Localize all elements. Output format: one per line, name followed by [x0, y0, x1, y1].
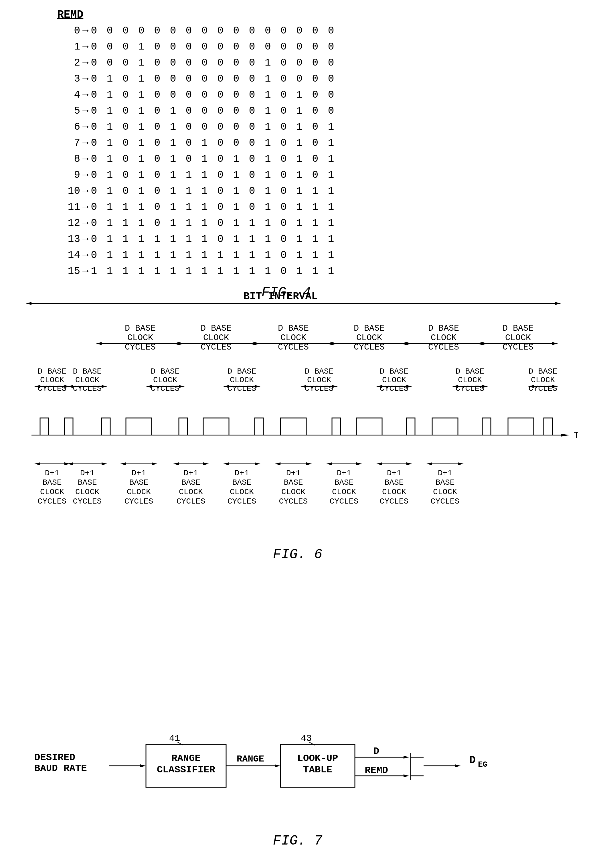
svg-text:D+1: D+1 — [80, 469, 94, 478]
svg-text:CYCLES: CYCLES — [73, 384, 102, 393]
fig4-row: 14→0 1 1 1 1 1 1 1 1 1 1 1 0 1 1 1 — [57, 248, 515, 263]
svg-text:CYCLES: CYCLES — [503, 342, 534, 352]
fig4-row: 3→0 1 0 1 0 0 0 0 0 0 0 1 0 0 0 0 — [57, 71, 515, 87]
fig4-row: 11→0 1 1 1 0 1 1 1 0 1 0 1 0 1 1 1 — [57, 199, 515, 215]
svg-text:D: D — [373, 746, 379, 757]
svg-text:D BASE: D BASE — [305, 367, 334, 376]
svg-text:CYCLES: CYCLES — [529, 384, 557, 393]
svg-marker-172 — [404, 756, 409, 759]
row-number: 7 — [57, 136, 80, 151]
svg-text:CLOCK: CLOCK — [230, 376, 254, 384]
svg-text:D BASE: D BASE — [151, 367, 180, 376]
svg-marker-106 — [120, 462, 126, 465]
svg-text:CYCLES: CYCLES — [124, 497, 153, 506]
fig4-rows: 0→0 0 0 0 0 0 0 0 0 0 0 0 0 0 0 01→0 0 0… — [57, 23, 515, 279]
row-bits: 0 1 0 1 0 1 0 1 0 1 0 1 0 1 0 1 — [91, 151, 336, 167]
row-arrow: → — [83, 103, 89, 119]
row-number: 8 — [57, 151, 80, 167]
svg-text:CYCLES: CYCLES — [227, 497, 256, 506]
svg-text:D BASE: D BASE — [503, 323, 534, 333]
svg-text:D+1: D+1 — [45, 469, 59, 478]
svg-marker-114 — [203, 462, 209, 465]
row-arrow: → — [83, 199, 89, 215]
svg-marker-51 — [102, 385, 107, 388]
svg-text:CLOCK: CLOCK — [433, 487, 457, 496]
row-arrow: → — [83, 23, 89, 38]
svg-text:CLOCK: CLOCK — [230, 487, 254, 496]
row-number: 13 — [57, 232, 80, 247]
svg-text:CLOCK: CLOCK — [179, 487, 203, 496]
fig4-row: 4→0 1 0 1 0 0 0 0 0 0 0 1 0 1 0 0 — [57, 87, 515, 103]
fig4-row: 15→1 1 1 1 1 1 1 1 1 1 1 1 0 1 1 1 — [57, 264, 515, 279]
fig7-caption: FIG. 7 — [17, 833, 578, 849]
row-arrow: → — [83, 120, 89, 135]
svg-text:BASE: BASE — [334, 478, 354, 487]
svg-marker-120 — [223, 462, 229, 465]
svg-text:CYCLES: CYCLES — [330, 497, 359, 506]
svg-text:CLASSIFIER: CLASSIFIER — [157, 765, 215, 775]
svg-text:CYCLES: CYCLES — [431, 497, 460, 506]
row-number: 15 — [57, 264, 80, 279]
svg-text:D BASE: D BASE — [278, 323, 309, 333]
fig6-section: BIT INTERVAL TIME — [17, 286, 578, 562]
row-bits: 1 1 1 1 1 1 1 1 1 1 1 1 0 1 1 1 — [91, 264, 336, 279]
row-arrow: → — [83, 136, 89, 151]
row-bits: 0 0 0 0 0 0 0 0 0 0 0 0 0 0 0 0 — [91, 23, 336, 38]
row-arrow: → — [83, 87, 89, 103]
row-number: 5 — [57, 103, 80, 119]
svg-text:LOOK-UP: LOOK-UP — [297, 753, 338, 764]
svg-text:EG: EG — [478, 760, 488, 769]
fig4-row: 0→0 0 0 0 0 0 0 0 0 0 0 0 0 0 0 0 — [57, 23, 515, 38]
svg-text:CYCLES: CYCLES — [380, 384, 409, 393]
svg-text:D BASE: D BASE — [455, 367, 485, 376]
svg-text:CLOCK: CLOCK — [280, 333, 306, 342]
svg-text:REMD: REMD — [365, 765, 388, 776]
svg-marker-20 — [249, 342, 255, 345]
svg-text:D BASE: D BASE — [380, 367, 409, 376]
svg-marker-157 — [140, 765, 146, 767]
svg-text:CYCLES: CYCLES — [38, 497, 67, 506]
fig4-row: 2→0 0 0 1 0 0 0 0 0 0 0 1 0 0 0 0 — [57, 55, 515, 71]
row-number: 9 — [57, 167, 80, 183]
svg-text:D BASE: D BASE — [38, 367, 67, 376]
row-bits: 0 1 1 1 0 1 1 1 0 1 0 1 0 1 1 1 — [91, 199, 336, 215]
svg-text:TABLE: TABLE — [303, 765, 332, 775]
svg-text:CLOCK: CLOCK — [458, 376, 482, 384]
fig7-section: DESIRED BAUD RATE 41 RANGE CLASSIFIER RA… — [17, 716, 578, 849]
row-bits: 0 1 0 1 0 1 0 0 0 0 0 1 0 1 0 0 — [91, 103, 336, 119]
row-number: 10 — [57, 183, 80, 199]
svg-text:D BASE: D BASE — [227, 367, 256, 376]
fig4-row: 12→0 1 1 1 0 1 1 1 0 1 1 1 0 1 1 1 — [57, 216, 515, 231]
svg-marker-14 — [173, 342, 179, 345]
svg-marker-141 — [376, 462, 382, 465]
row-bits: 0 1 0 1 0 1 0 0 0 0 0 1 0 1 0 1 — [91, 120, 336, 135]
svg-text:CLOCK: CLOCK — [382, 376, 406, 384]
svg-text:CLOCK: CLOCK — [203, 333, 229, 342]
row-number: 14 — [57, 248, 80, 263]
row-number: 3 — [57, 71, 80, 87]
svg-text:D+1: D+1 — [337, 469, 351, 478]
row-number: 2 — [57, 55, 80, 71]
fig6-caption: FIG. 6 — [17, 547, 578, 562]
svg-marker-134 — [326, 462, 332, 465]
svg-text:D+1: D+1 — [387, 469, 401, 478]
svg-marker-135 — [356, 462, 362, 465]
svg-text:D BASE: D BASE — [354, 323, 385, 333]
row-bits: 0 0 0 1 0 0 0 0 0 0 0 0 0 0 0 0 — [91, 39, 336, 55]
svg-text:CLOCK: CLOCK — [307, 376, 331, 384]
row-number: 11 — [57, 199, 80, 215]
row-number: 4 — [57, 87, 80, 103]
svg-text:CYCLES: CYCLES — [151, 384, 180, 393]
svg-text:D+1: D+1 — [184, 469, 198, 478]
svg-text:D BASE: D BASE — [125, 323, 156, 333]
svg-marker-38 — [476, 342, 482, 345]
svg-marker-2 — [555, 302, 561, 305]
svg-text:BASE: BASE — [42, 478, 62, 487]
svg-text:BASE: BASE — [129, 478, 148, 487]
fig7-diagram: DESIRED BAUD RATE 41 RANGE CLASSIFIER RA… — [17, 716, 578, 830]
svg-marker-107 — [152, 462, 158, 465]
remd-label: REMD — [57, 9, 515, 21]
svg-text:CLOCK: CLOCK — [356, 333, 382, 342]
svg-text:CLOCK: CLOCK — [40, 376, 64, 384]
svg-text:CLOCK: CLOCK — [127, 333, 153, 342]
